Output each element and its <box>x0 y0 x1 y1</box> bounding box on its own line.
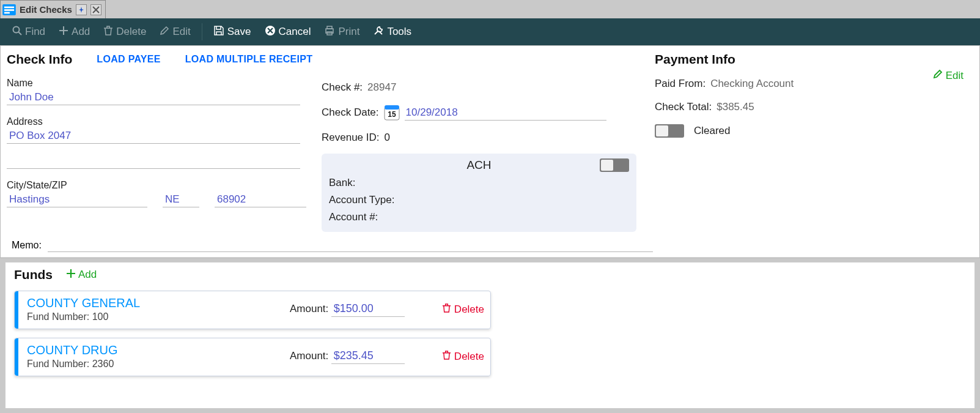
trash-icon <box>442 303 451 316</box>
find-button[interactable]: Find <box>6 22 51 42</box>
load-multiple-receipt-link[interactable]: LOAD MULTIPLE RECEIPT <box>185 54 313 65</box>
ach-panel: ACH Bank: Account Type: Account #: <box>322 154 636 232</box>
check-meta-column: Check #: 28947 Check Date: 15 10/29/2018… <box>322 52 636 232</box>
delete-button[interactable]: Delete <box>97 22 152 42</box>
cancel-button[interactable]: Cancel <box>259 21 317 43</box>
window-tab[interactable]: Edit Checks <box>0 0 106 18</box>
load-payee-link[interactable]: LOAD PAYEE <box>97 54 160 65</box>
check-num-label: Check #: <box>322 81 363 94</box>
calendar-icon[interactable]: 15 <box>384 105 400 121</box>
ach-title: ACH <box>466 158 491 171</box>
edit-label: Edit <box>172 26 190 38</box>
window-tab-bar: Edit Checks <box>0 0 980 18</box>
print-label: Print <box>338 26 359 38</box>
close-icon[interactable] <box>90 4 101 15</box>
plus-icon <box>66 269 76 281</box>
memo-input[interactable] <box>48 238 653 252</box>
svg-rect-1 <box>4 6 14 8</box>
bank-label: Bank: <box>329 177 355 188</box>
account-num-label: Account #: <box>329 211 378 223</box>
fund-card[interactable]: COUNTY GENERALFund Number: 100Amount: $1… <box>14 291 491 329</box>
cleared-label: Cleared <box>694 125 731 137</box>
tools-button[interactable]: Tools <box>367 21 418 43</box>
fund-amount-input[interactable]: $150.00 <box>331 302 405 317</box>
fund-card[interactable]: COUNTY DRUGFund Number: 2360Amount: $235… <box>14 338 491 376</box>
main-toolbar: Find Add Delete Edit Save Cancel Print T… <box>0 18 980 45</box>
fund-number: Fund Number: 2360 <box>27 359 290 370</box>
trash-icon <box>442 351 451 363</box>
edit-button[interactable]: Edit <box>153 22 196 42</box>
pencil-icon <box>160 26 169 39</box>
paid-from-label: Paid From: <box>655 78 706 90</box>
check-total-label: Check Total: <box>655 101 712 113</box>
add-fund-label: Add <box>78 269 97 281</box>
search-icon <box>12 26 22 39</box>
csz-label: City/State/ZIP <box>7 180 322 191</box>
svg-rect-2 <box>4 9 14 11</box>
check-num-value: 28947 <box>367 81 396 94</box>
fund-amount-label: Amount: <box>290 303 328 314</box>
plus-icon <box>59 26 68 39</box>
fund-delete-label: Delete <box>454 303 484 316</box>
payment-edit-link[interactable]: Edit <box>933 69 963 82</box>
zip-input[interactable] <box>215 191 306 207</box>
fund-delete-button[interactable]: Delete <box>442 303 484 316</box>
check-info-title: Check Info <box>7 52 72 67</box>
city-input[interactable] <box>7 191 147 207</box>
address-label: Address <box>7 116 322 127</box>
window-tab-title: Edit Checks <box>20 4 72 15</box>
payment-info-column: Payment Info Edit Paid From: Checking Ac… <box>636 52 970 232</box>
payment-info-title: Payment Info <box>655 52 970 67</box>
tools-label: Tools <box>387 26 411 38</box>
check-window-icon <box>2 4 16 15</box>
find-label: Find <box>25 26 45 38</box>
delete-label: Delete <box>116 26 146 38</box>
check-date-input[interactable]: 10/29/2018 <box>405 105 606 121</box>
print-icon <box>324 25 335 39</box>
print-button[interactable]: Print <box>318 21 366 43</box>
name-label: Name <box>7 78 322 89</box>
revenue-id-label: Revenue ID: <box>322 132 380 144</box>
cancel-icon <box>265 25 276 39</box>
account-type-label: Account Type: <box>329 194 394 206</box>
funds-title: Funds <box>14 267 53 282</box>
cleared-toggle[interactable] <box>655 124 684 138</box>
fund-amount-input[interactable]: $235.45 <box>331 349 405 364</box>
add-button[interactable]: Add <box>53 22 96 42</box>
check-panel: Check Info LOAD PAYEE LOAD MULTIPLE RECE… <box>0 45 980 258</box>
svg-rect-3 <box>4 12 10 13</box>
trash-icon <box>103 26 113 39</box>
add-fund-button[interactable]: Add <box>66 269 97 281</box>
revenue-id-value: 0 <box>385 132 390 144</box>
address2-input[interactable] <box>7 152 300 169</box>
memo-row: Memo: <box>1 236 979 258</box>
pin-icon[interactable] <box>76 4 87 15</box>
funds-panel: Funds Add COUNTY GENERALFund Number: 100… <box>5 262 975 409</box>
toolbar-separator <box>202 23 202 40</box>
state-input[interactable] <box>163 191 199 207</box>
tools-icon <box>373 25 384 39</box>
add-label: Add <box>72 26 90 38</box>
svg-line-5 <box>18 32 21 35</box>
address1-input[interactable] <box>7 127 300 144</box>
save-button[interactable]: Save <box>207 21 257 43</box>
svg-rect-11 <box>385 105 399 110</box>
ach-toggle[interactable] <box>600 158 629 172</box>
name-input[interactable] <box>7 89 300 105</box>
check-date-label: Check Date: <box>322 106 379 119</box>
memo-label: Memo: <box>12 240 42 251</box>
cancel-label: Cancel <box>279 26 311 38</box>
save-label: Save <box>227 26 251 38</box>
payment-edit-label: Edit <box>946 70 963 82</box>
check-info-column: Check Info LOAD PAYEE LOAD MULTIPLE RECE… <box>7 52 322 232</box>
fund-delete-label: Delete <box>454 351 484 363</box>
fund-name[interactable]: COUNTY GENERAL <box>27 296 290 310</box>
pencil-icon <box>933 69 943 82</box>
fund-amount-label: Amount: <box>290 350 328 362</box>
fund-name[interactable]: COUNTY DRUG <box>27 343 290 357</box>
fund-delete-button[interactable]: Delete <box>442 351 484 363</box>
save-icon <box>213 25 224 39</box>
paid-from-value: Checking Account <box>710 78 794 90</box>
fund-number: Fund Number: 100 <box>27 311 290 322</box>
svg-text:15: 15 <box>388 110 396 119</box>
